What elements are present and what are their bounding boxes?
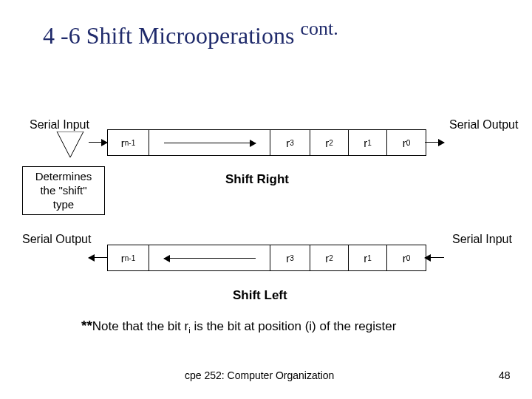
title-sup: cont. — [300, 18, 338, 39]
callout-pointer — [41, 132, 107, 161]
page-number: 48 — [499, 369, 511, 381]
cell2-r0: r0 — [387, 245, 426, 270]
cell-rn1: rn-1 — [108, 130, 149, 155]
label-serial-output-top: Serial Output — [449, 118, 518, 132]
note-line: **Note that the bit ri is the bit at pos… — [81, 318, 396, 335]
cell-r2: r2 — [310, 130, 349, 155]
cell-gap-1 — [149, 130, 270, 155]
cell2-r3: r3 — [270, 245, 310, 270]
arrow-mid-right — [164, 143, 256, 143]
cell-r3: r3 — [270, 130, 310, 155]
caption-shift-right: Shift Right — [225, 172, 289, 187]
arrow-out-left — [89, 257, 107, 258]
arrow-mid-left — [164, 258, 256, 259]
cell2-r1: r1 — [349, 245, 387, 270]
cell2-gap — [149, 245, 270, 270]
svg-marker-0 — [57, 132, 83, 157]
register-row-1: rn-1 r3 r2 r1 r0 — [107, 129, 426, 156]
arrow-in-right — [89, 142, 107, 143]
cell-r0: r0 — [387, 130, 426, 155]
page-title: 4 -6 Shift Microoperations cont. — [43, 18, 338, 50]
footer-text: cpe 252: Computer Organization — [185, 369, 334, 381]
callout-determines: Determinesthe "shift"type — [22, 166, 105, 215]
label-serial-output-bottom: Serial Output — [22, 233, 91, 246]
cell2-r2: r2 — [310, 245, 349, 270]
arrow-in-left — [425, 257, 444, 258]
cell2-rn1: rn-1 — [108, 245, 149, 270]
arrow-out-right — [425, 142, 444, 143]
label-serial-input-top: Serial Input — [30, 118, 89, 132]
cell-r1: r1 — [349, 130, 387, 155]
caption-shift-left: Shift Left — [233, 288, 287, 303]
register-row-2: rn-1 r3 r2 r1 r0 — [107, 245, 426, 271]
callout-text: Determinesthe "shift"type — [35, 170, 92, 211]
label-serial-input-bottom: Serial Input — [452, 233, 512, 246]
title-main: 4 -6 Shift Microoperations — [43, 22, 300, 49]
